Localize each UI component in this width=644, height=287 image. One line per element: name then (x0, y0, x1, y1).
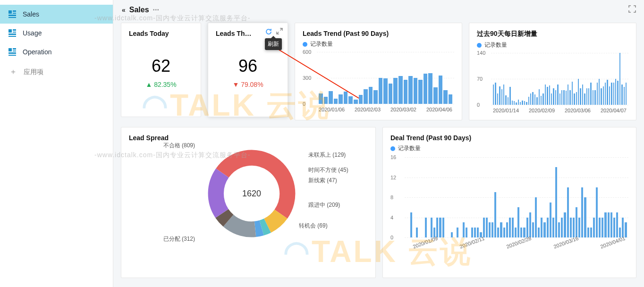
card-title: Leads Trend (Past 90 Days) (303, 30, 454, 37)
kpi-delta: ▼ 79.08% (216, 81, 280, 88)
card-title: Deal Trend (Past 90 Days) (390, 134, 628, 142)
x-axis-labels: 2020/01/062020/02/032020/03/022020/04/06 (319, 107, 452, 112)
svg-rect-7 (13, 32, 16, 33)
sidebar-add-label: 应用项 (24, 68, 43, 76)
svg-rect-9 (8, 36, 16, 37)
svg-rect-11 (13, 48, 16, 50)
svg-rect-6 (13, 29, 16, 31)
fullscreen-icon[interactable] (628, 5, 636, 15)
sidebar: Sales Usage Operation ＋ 应用项 (0, 0, 113, 287)
card-leads-trend: Leads Trend (Past 90 Days) 记录数量 6003000 … (295, 23, 462, 120)
kpi-value: 62 (129, 56, 193, 76)
title-bar: « Sales ··· (121, 0, 636, 20)
card-daily-new: 过去90天每日新增量 记录数量 140700 2020/01/142020/02… (469, 23, 636, 120)
chart-legend: 记录数量 (390, 144, 628, 152)
card-title: Leads Today (129, 30, 193, 37)
collapse-sidebar-icon[interactable]: « (122, 6, 126, 14)
svg-rect-14 (8, 55, 16, 56)
leads-trend-chart: 6003000 (303, 52, 454, 104)
card-lead-spread: Lead Spread 1620 不合格 (809)未联系上 (129)时间不方… (121, 127, 376, 278)
svg-rect-0 (8, 10, 12, 14)
sidebar-item-usage[interactable]: Usage (0, 24, 113, 42)
sidebar-add-app[interactable]: ＋ 应用项 (0, 61, 113, 83)
donut-chart: 1620 不合格 (809)未联系上 (129)时间不方便 (45)新线索 (4… (129, 146, 368, 241)
dashboard-icon (8, 10, 16, 18)
x-axis-labels: 2020/01/092020/02/112020/02/282020/03/16… (413, 244, 627, 250)
chart-legend: 记录数量 (477, 41, 628, 49)
sidebar-item-sales[interactable]: Sales (0, 5, 113, 24)
chart-legend: 记录数量 (303, 40, 454, 48)
kpi-value: 96 (216, 56, 280, 76)
page-title: Sales (129, 6, 149, 14)
svg-rect-5 (8, 29, 12, 33)
svg-rect-12 (13, 51, 16, 51)
svg-rect-1 (13, 10, 16, 12)
plus-icon: ＋ (9, 67, 17, 77)
svg-rect-8 (8, 34, 16, 35)
x-axis-labels: 2020/01/142020/02/092020/03/062020/04/07 (493, 108, 627, 113)
card-title: 过去90天每日新增量 (477, 30, 628, 38)
refresh-tooltip: 刷新 (265, 38, 282, 50)
svg-rect-4 (8, 17, 16, 18)
sidebar-item-label: Usage (23, 29, 42, 37)
card-leads-week: Leads Th… 刷新 96 ▼ 79.08% (208, 23, 288, 117)
kpi-row: Leads Today 62 ▲ 82.35% Leads Th… 刷新 96 … (121, 23, 636, 120)
kpi-delta: ▲ 82.35% (129, 81, 193, 88)
sidebar-item-operation[interactable]: Operation (0, 42, 113, 61)
sidebar-item-label: Sales (23, 10, 39, 18)
svg-rect-3 (8, 15, 16, 16)
sidebar-item-label: Operation (23, 48, 51, 56)
dashboard-icon (8, 29, 16, 37)
svg-rect-13 (8, 52, 16, 54)
svg-rect-10 (8, 48, 12, 51)
dashboard-icon (8, 48, 16, 56)
daily-new-chart: 140700 (477, 53, 628, 105)
row-2: Lead Spread 1620 不合格 (809)未联系上 (129)时间不方… (121, 127, 636, 278)
card-deal-trend: Deal Trend (Past 90 Days) 记录数量 1612840 2… (382, 127, 636, 278)
card-leads-today: Leads Today 62 ▲ 82.35% (121, 23, 201, 117)
expand-icon[interactable] (276, 28, 283, 37)
main-content: « Sales ··· Leads Today 62 ▲ 82.35% Lead… (113, 0, 644, 287)
svg-rect-2 (13, 13, 16, 14)
more-icon[interactable]: ··· (153, 6, 159, 14)
deal-trend-chart: 1612840 (390, 157, 628, 237)
